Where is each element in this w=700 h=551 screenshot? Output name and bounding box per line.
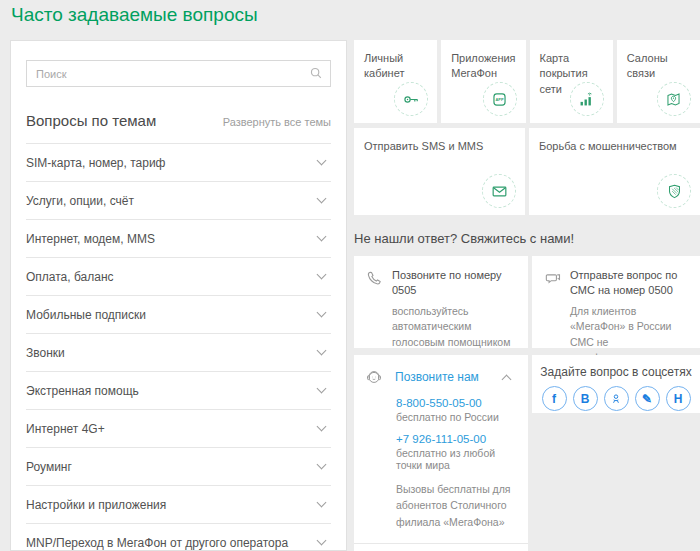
icon-circle (570, 82, 604, 116)
chevron-down-icon (317, 498, 327, 508)
topic-row-roaming[interactable]: Роуминг (26, 448, 331, 486)
call-us-body: 8-800-550-05-00 бесплатно по России +7 9… (354, 387, 528, 530)
topic-row-4g[interactable]: Интернет 4G+ (26, 410, 331, 448)
page-title: Часто задаваемые вопросы (11, 4, 258, 26)
call-us-title: Позвоните нам (395, 370, 479, 384)
odnoklassniki-icon[interactable] (604, 386, 629, 411)
topic-row-settings[interactable]: Настройки и приложения (26, 486, 331, 524)
topic-label: Услуги, опции, счёт (26, 194, 134, 208)
key-icon (402, 90, 421, 109)
chevron-down-icon (317, 232, 327, 242)
social-heading: Задайте вопрос в соцсетях (532, 365, 700, 379)
quick-tiles-row-2: Отправить SMS и MMS Борьба с мошенничест… (354, 128, 700, 215)
contact-heading: Не нашли ответ? Свяжитесь с нами! (354, 231, 700, 246)
tile-label: Салоны связи (627, 51, 690, 82)
call-free-note: Вызовы бесплатны для абонентов Столичног… (396, 481, 516, 530)
topic-row-calls[interactable]: Звонки (26, 334, 331, 372)
icon-circle (657, 174, 691, 208)
topic-label: SIM-карта, номер, тариф (26, 156, 165, 170)
contact-card-text: Отправьте вопрос по СМС на номер 0500 Дл… (570, 268, 690, 338)
phone-note: бесплатно из любой точки мира (396, 447, 516, 471)
tile-label: Отправить SMS и MMS (364, 139, 515, 154)
contact-card-body: воспользуйтесь автоматическим голосовым … (392, 304, 518, 351)
phone-icon (364, 269, 384, 289)
tile-anti-fraud[interactable]: Борьба с мошенничеством (529, 128, 700, 215)
icon-circle (394, 82, 428, 116)
tile-coverage-map[interactable]: Карта покрытия сети (530, 40, 613, 123)
tile-label: Приложения МегаФон (451, 51, 515, 82)
faq-page: Часто задаваемые вопросы Вопросы по тема… (0, 0, 700, 551)
letter-h-icon[interactable]: H (666, 386, 691, 411)
quick-tiles-row-1: Личный кабинет Приложения МегаФон APP (354, 40, 700, 123)
expand-all-link[interactable]: Развернуть все темы (223, 116, 331, 128)
support-headset-icon (364, 367, 384, 387)
phone-note: бесплатно по России (396, 411, 516, 423)
chevron-down-icon (317, 422, 327, 432)
topic-label: MNP/Переход в МегаФон от другого операто… (26, 536, 288, 550)
tile-label: Борьба с мошенничеством (539, 139, 690, 154)
odnoklassniki-glyph (609, 392, 623, 406)
pencil-glyph: ✎ (642, 393, 652, 405)
topic-label: Оплата, баланс (26, 270, 114, 284)
social-icons-row: f B ✎ H (532, 386, 700, 411)
chevron-down-icon (317, 156, 327, 166)
topic-row-services[interactable]: Услуги, опции, счёт (26, 182, 331, 220)
chevron-down-icon (317, 270, 327, 280)
topic-label: Настройки и приложения (26, 498, 166, 512)
app-icon: APP (490, 90, 509, 109)
topic-label: Интернет 4G+ (26, 422, 105, 436)
tile-retail-stores[interactable]: Салоны связи (617, 40, 700, 123)
icon-circle: APP (483, 82, 517, 116)
contact-card-call-0505: Позвоните по номеру 0505 воспользуйтесь … (354, 256, 528, 348)
tile-label: Личный кабинет (364, 51, 427, 82)
search-icon[interactable] (309, 66, 323, 80)
faq-topics-panel: Вопросы по темам Развернуть все темы SIM… (10, 40, 347, 551)
search-box (26, 60, 331, 87)
chat-bubbles-icon (542, 269, 562, 289)
chevron-down-icon (317, 194, 327, 204)
vk-icon[interactable]: B (573, 386, 598, 411)
chevron-up-icon (502, 374, 512, 384)
phone-number-moscow[interactable]: +7 926-111-05-00 (396, 433, 516, 445)
facebook-glyph: f (552, 393, 556, 405)
contact-card-text: Позвоните по номеру 0505 воспользуйтесь … (392, 268, 518, 338)
phone-number-8800[interactable]: 8-800-550-05-00 (396, 397, 516, 409)
icon-circle (482, 174, 516, 208)
pencil-icon[interactable]: ✎ (635, 386, 660, 411)
topic-label: Экстренная помощь (26, 384, 139, 398)
write-letter-row[interactable]: Напишите нам письмо (354, 543, 528, 551)
tile-megafon-apps[interactable]: Приложения МегаФон APP (441, 40, 525, 123)
topic-label: Роуминг (26, 460, 72, 474)
icon-circle (657, 82, 691, 116)
topic-row-emergency[interactable]: Экстренная помощь (26, 372, 331, 410)
topic-row-subscriptions[interactable]: Мобильные подписки (26, 296, 331, 334)
tile-personal-account[interactable]: Личный кабинет (354, 40, 437, 123)
facebook-icon[interactable]: f (542, 386, 567, 411)
topic-row-payment[interactable]: Оплата, баланс (26, 258, 331, 296)
vk-glyph: B (581, 393, 590, 405)
social-card: Задайте вопрос в соцсетях f B (532, 355, 700, 413)
right-column: Личный кабинет Приложения МегаФон APP (354, 40, 700, 551)
contact-cards-row: Позвоните по номеру 0505 воспользуйтесь … (354, 256, 700, 348)
contact-card-title: Позвоните по номеру 0505 (392, 268, 518, 298)
topic-row-sim[interactable]: SIM-карта, номер, тариф (26, 144, 331, 182)
chevron-down-icon (317, 346, 327, 356)
chevron-down-icon (317, 536, 327, 546)
contact-card-sms-0500: Отправьте вопрос по СМС на номер 0500 Дл… (532, 256, 700, 348)
contact-card-title: Отправьте вопрос по СМС на номер 0500 (570, 268, 690, 298)
call-us-header[interactable]: Позвоните нам (354, 355, 528, 387)
topic-label: Звонки (26, 346, 65, 360)
topic-label: Мобильные подписки (26, 308, 146, 322)
topic-list: SIM-карта, номер, тариф Услуги, опции, с… (26, 143, 331, 551)
chevron-down-icon (317, 308, 327, 318)
topics-header-row: Вопросы по темам Развернуть все темы (26, 112, 331, 129)
call-us-panel: Позвоните нам 8-800-550-05-00 бесплатно … (354, 355, 528, 551)
search-input[interactable] (26, 60, 331, 87)
topic-row-internet[interactable]: Интернет, модем, MMS (26, 220, 331, 258)
chevron-down-icon (317, 460, 327, 470)
envelope-icon (490, 182, 509, 201)
topic-label: Интернет, модем, MMS (26, 232, 155, 246)
tile-send-sms-mms[interactable]: Отправить SMS и MMS (354, 128, 525, 215)
topic-row-mnp[interactable]: MNP/Переход в МегаФон от другого операто… (26, 524, 331, 551)
shield-icon (665, 182, 684, 201)
